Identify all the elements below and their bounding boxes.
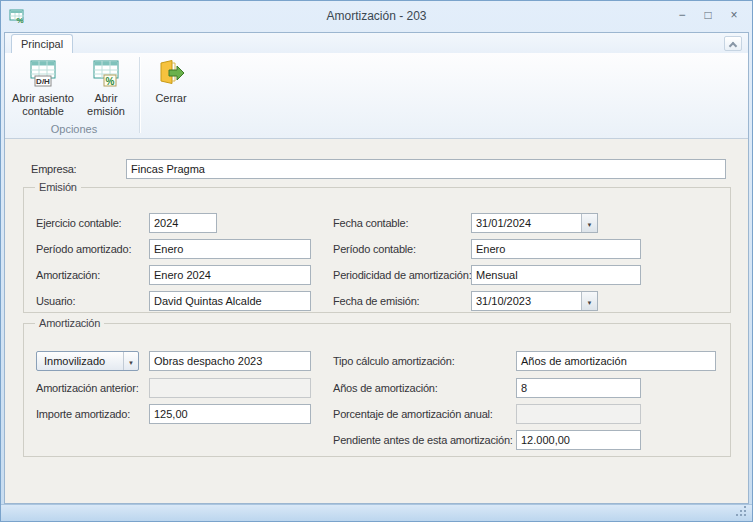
- tab-principal[interactable]: Principal: [11, 34, 73, 53]
- titlebar[interactable]: % Amortización - 203 − □ ×: [1, 1, 752, 32]
- emission-grid-icon: %: [91, 58, 121, 90]
- dropdown-arrow-icon[interactable]: ▼: [581, 292, 597, 310]
- periodicidad-field[interactable]: Mensual: [471, 265, 641, 285]
- inmovilizado-selector-label: Inmovilizado: [37, 352, 123, 370]
- fecha-contable-value: 31/01/2024: [472, 214, 581, 232]
- ribbon-separator: [139, 57, 140, 133]
- abrir-emision-button[interactable]: % Abrir emisión: [79, 57, 133, 123]
- ribbon: D/H Abrir asiento contable % Abrir emisi…: [5, 53, 748, 139]
- ribbon-tab-row: Principal: [5, 33, 748, 53]
- ribbon-button-label: Cerrar: [147, 92, 195, 105]
- amortizacion-anterior-field[interactable]: [149, 378, 311, 398]
- minimize-button[interactable]: −: [674, 7, 690, 23]
- pendiente-field[interactable]: 12.000,00: [516, 430, 641, 450]
- resize-grip[interactable]: [736, 506, 748, 518]
- importe-amortizado-label: Importe amortizado:: [36, 404, 130, 424]
- porcentaje-anual-field[interactable]: [516, 404, 641, 424]
- anos-amortizacion-label: Años de amortización:: [333, 378, 438, 398]
- fecha-emision-value: 31/10/2023: [472, 292, 581, 310]
- close-exit-icon: [156, 58, 186, 90]
- chevron-up-icon: [729, 42, 737, 50]
- maximize-button[interactable]: □: [700, 7, 716, 23]
- pendiente-label: Pendiente antes de esta amortización:: [333, 430, 513, 450]
- ejercicio-contable-field[interactable]: 2024: [149, 213, 217, 233]
- window-controls: − □ ×: [674, 7, 742, 23]
- periodo-contable-field[interactable]: Enero: [471, 239, 641, 259]
- porcentaje-anual-label: Porcentaje de amortización anual:: [333, 404, 493, 424]
- amortizacion-label: Amortización:: [36, 265, 100, 285]
- periodicidad-label: Periodicidad de amortización:: [333, 265, 472, 285]
- anos-amortizacion-field[interactable]: 8: [516, 378, 641, 398]
- status-bar: [1, 504, 752, 521]
- amortizacion-group-title: Amortización: [35, 317, 104, 330]
- dropdown-arrow-icon[interactable]: ▼: [581, 214, 597, 232]
- periodo-contable-label: Período contable:: [333, 239, 416, 259]
- ejercicio-contable-label: Ejercicio contable:: [36, 213, 121, 233]
- ribbon-group-label: Opciones: [11, 123, 137, 135]
- svg-text:D/H: D/H: [36, 77, 50, 86]
- amortizacion-anterior-label: Amortización anterior:: [36, 378, 139, 398]
- window-title: Amortización - 203: [1, 9, 752, 23]
- importe-amortizado-field[interactable]: 125,00: [149, 404, 311, 424]
- fecha-emision-label: Fecha de emisión:: [333, 291, 419, 311]
- inmovilizado-selector-button[interactable]: Inmovilizado ▼: [36, 351, 139, 371]
- periodo-amortizado-label: Período amortizado:: [36, 239, 131, 259]
- svg-text:%: %: [106, 76, 115, 87]
- inmovilizado-field[interactable]: Obras despacho 2023: [149, 351, 311, 371]
- periodo-amortizado-field[interactable]: Enero: [149, 239, 311, 259]
- tipo-calculo-label: Tipo cálculo amortización:: [333, 351, 455, 371]
- abrir-asiento-contable-button[interactable]: D/H Abrir asiento contable: [11, 57, 75, 123]
- fecha-contable-field[interactable]: 31/01/2024 ▼: [471, 213, 598, 233]
- fecha-emision-field[interactable]: 31/10/2023 ▼: [471, 291, 598, 311]
- emision-group-title: Emisión: [35, 181, 81, 194]
- empresa-label: Empresa:: [31, 159, 76, 179]
- ribbon-button-label: Abrir emisión: [79, 92, 133, 118]
- cerrar-button[interactable]: Cerrar: [147, 57, 195, 123]
- usuario-field[interactable]: David Quintas Alcalde: [149, 291, 311, 311]
- journal-grid-icon: D/H: [28, 58, 58, 90]
- empresa-field[interactable]: Fincas Pragma: [126, 159, 726, 179]
- ribbon-collapse-button[interactable]: [724, 36, 742, 51]
- tipo-calculo-field[interactable]: Años de amortización: [516, 351, 716, 371]
- amortizacion-field[interactable]: Enero 2024: [149, 265, 311, 285]
- close-button[interactable]: ×: [726, 7, 742, 23]
- dropdown-arrow-icon: ▼: [123, 352, 138, 370]
- fecha-contable-label: Fecha contable:: [333, 213, 408, 233]
- window: % Amortización - 203 − □ × Principal: [0, 0, 753, 522]
- ribbon-button-label: Abrir asiento contable: [11, 92, 75, 118]
- usuario-label: Usuario:: [36, 291, 75, 311]
